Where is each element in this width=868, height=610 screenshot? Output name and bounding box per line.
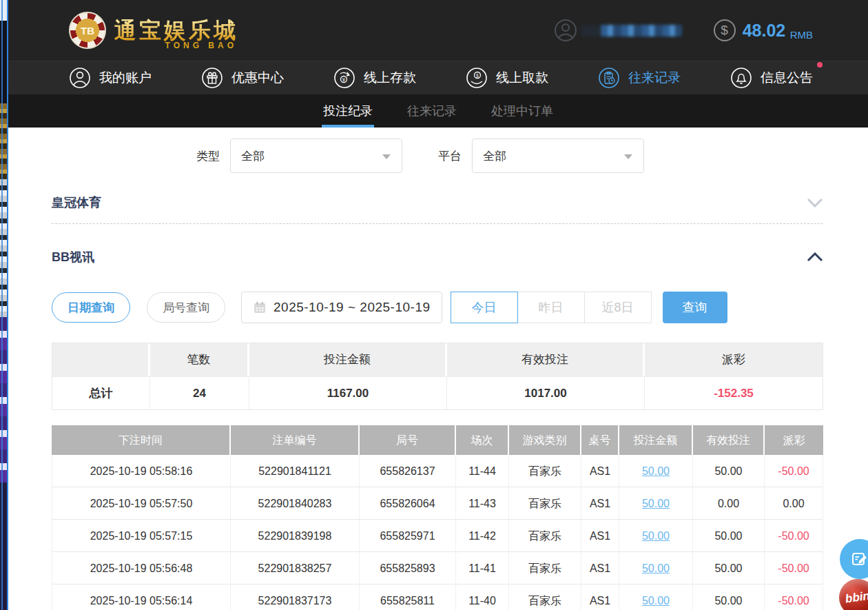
table-header-cell: 投注金额 (619, 425, 693, 455)
table-cell: 522901838257 (231, 552, 360, 584)
section-crown-sports[interactable]: 皇冠体育 (52, 181, 823, 224)
bet-records-table: 下注时间 注单编号 局号 场次 游戏类别 桌号 投注金额 有效投注 派彩 202… (52, 425, 823, 610)
balance-amount: 48.02 (743, 21, 786, 40)
table-cell: 11-44 (456, 455, 509, 487)
subnav-tabs: 投注纪录 往来记录 处理中订单 (8, 94, 868, 128)
table-cell: 2025-10-19 05:56:14 (52, 584, 231, 610)
table-cell: 百家乐 (509, 584, 581, 610)
casino-chip-icon: TB (69, 12, 106, 49)
bet-amount-link[interactable]: 50.00 (619, 487, 693, 520)
table-cell: -50.00 (765, 520, 823, 552)
table-cell: 0.00 (693, 487, 765, 520)
nav-item-deposit[interactable]: ¥ 线上存款 (333, 67, 416, 89)
table-header-row: 下注时间 注单编号 局号 场次 游戏类别 桌号 投注金额 有效投注 派彩 (52, 425, 823, 455)
table-cell: 655826137 (360, 455, 456, 487)
last-8-days-button[interactable]: 近8日 (584, 292, 652, 323)
bet-table-body: 2025-10-19 05:58:16522901841121655826137… (52, 455, 823, 610)
balance-area[interactable]: $ 48.02 RMB (714, 0, 813, 61)
table-header-cell: 下注时间 (52, 425, 231, 455)
type-filter-label: 类型 (196, 148, 220, 164)
summary-table: 笔数 投注金额 有效投注 派彩 总计 24 1167.00 1017.00 -1… (52, 343, 823, 410)
table-cell: -50.00 (765, 584, 823, 610)
table-cell: 2025-10-19 05:57:15 (52, 520, 231, 552)
table-cell: AS1 (581, 520, 619, 552)
table-cell: 百家乐 (509, 520, 581, 552)
site-logo[interactable]: TB 通宝娱乐城 TONG BAO (69, 12, 238, 49)
summary-payout: -152.35 (645, 376, 823, 409)
svg-text:$: $ (476, 73, 479, 79)
logo-text: 通宝娱乐城 TONG BAO (114, 19, 238, 42)
table-cell: 11-41 (456, 552, 509, 584)
platform-select[interactable]: 全部 (472, 139, 644, 173)
bet-amount-link[interactable]: 50.00 (619, 584, 693, 610)
chevron-up-icon[interactable] (807, 252, 823, 262)
table-header-cell: 注单编号 (231, 425, 360, 455)
user-icon (69, 67, 91, 89)
bet-amount-link[interactable]: 50.00 (619, 552, 693, 584)
table-cell: 522901840283 (231, 487, 360, 520)
yesterday-button[interactable]: 昨日 (517, 292, 585, 323)
chevron-down-icon[interactable] (807, 198, 823, 207)
nav-item-my-account[interactable]: 我的账户 (69, 67, 152, 89)
top-header: TB 通宝娱乐城 TONG BAO $ (8, 0, 868, 61)
summary-total-row: 总计 24 1167.00 1017.00 -152.35 (52, 376, 823, 409)
search-button[interactable]: 查询 (663, 292, 727, 323)
table-cell: 2025-10-19 05:58:16 (52, 455, 231, 487)
nav-label: 往来记录 (628, 69, 681, 87)
table-cell: AS1 (581, 552, 619, 584)
table-cell: 655825811 (360, 584, 456, 610)
withdraw-icon: $ (466, 67, 488, 89)
table-cell: 11-43 (456, 487, 509, 520)
svg-text:¥: ¥ (342, 77, 346, 83)
nav-label: 信息公告 (761, 69, 813, 87)
nav-item-withdraw[interactable]: $ 线上取款 (466, 67, 548, 89)
nav-item-promotions[interactable]: 优惠中心 (201, 67, 284, 89)
table-row: 2025-10-19 05:56:14522901837173655825811… (52, 584, 823, 610)
summary-header-cell: 有效投注 (447, 343, 645, 376)
table-header-cell: 派彩 (765, 425, 823, 455)
page: TB 通宝娱乐城 TONG BAO $ (0, 0, 868, 610)
logo-title-en: TONG BAO (165, 41, 237, 50)
table-cell: 百家乐 (509, 455, 581, 487)
nav-label: 优惠中心 (231, 69, 284, 87)
nav-item-records[interactable]: 往来记录 (598, 67, 681, 89)
tab-pending-orders[interactable]: 处理中订单 (490, 94, 555, 128)
chip-text: TB (81, 25, 94, 37)
date-query-button[interactable]: 日期查询 (52, 292, 130, 323)
gift-icon (201, 67, 223, 89)
summary-header-cell: 笔数 (150, 343, 249, 376)
summary-header-cell (52, 343, 150, 376)
section-bb-video[interactable]: BB视讯 (52, 232, 823, 282)
platform-filter-label: 平台 (438, 148, 462, 164)
table-cell: 522901841121 (231, 455, 360, 487)
table-cell: 2025-10-19 05:57:50 (52, 487, 231, 520)
nav-item-announcements[interactable]: 信息公告 (730, 67, 813, 89)
type-select-value: 全部 (241, 148, 265, 164)
deposit-icon: ¥ (333, 67, 355, 89)
table-cell: AS1 (581, 487, 619, 520)
table-cell: 0.00 (765, 487, 823, 520)
table-cell: AS1 (581, 455, 619, 487)
table-cell: 50.00 (693, 455, 765, 487)
bbin-label: bbin (845, 589, 868, 607)
tab-transaction-records[interactable]: 往来记录 (406, 94, 458, 128)
tab-bet-records[interactable]: 投注纪录 (322, 94, 374, 128)
chevron-down-icon (382, 154, 391, 159)
round-query-button[interactable]: 局号查询 (147, 292, 225, 323)
username-redacted (581, 25, 682, 37)
summary-valid-bet: 1017.00 (447, 376, 645, 409)
content-area: 类型 全部 平台 全部 皇冠体育 BB视讯 (8, 128, 868, 610)
bet-amount-link[interactable]: 50.00 (619, 455, 693, 487)
section-title: 皇冠体育 (52, 194, 101, 211)
table-cell: 655825971 (360, 520, 456, 552)
notification-dot (817, 62, 823, 68)
user-account-area[interactable] (554, 0, 682, 61)
today-button[interactable]: 今日 (451, 292, 518, 323)
bet-amount-link[interactable]: 50.00 (619, 520, 693, 552)
date-range-picker[interactable]: 2025-10-19 ~ 2025-10-19 (241, 292, 442, 323)
table-cell: 百家乐 (509, 552, 581, 584)
query-bar: 日期查询 局号查询 2025-10-19 ~ 2025-10-19 今日 (52, 292, 823, 323)
nav-label: 线上存款 (364, 69, 416, 87)
background-window-sliver (0, 0, 8, 610)
type-select[interactable]: 全部 (230, 139, 402, 173)
